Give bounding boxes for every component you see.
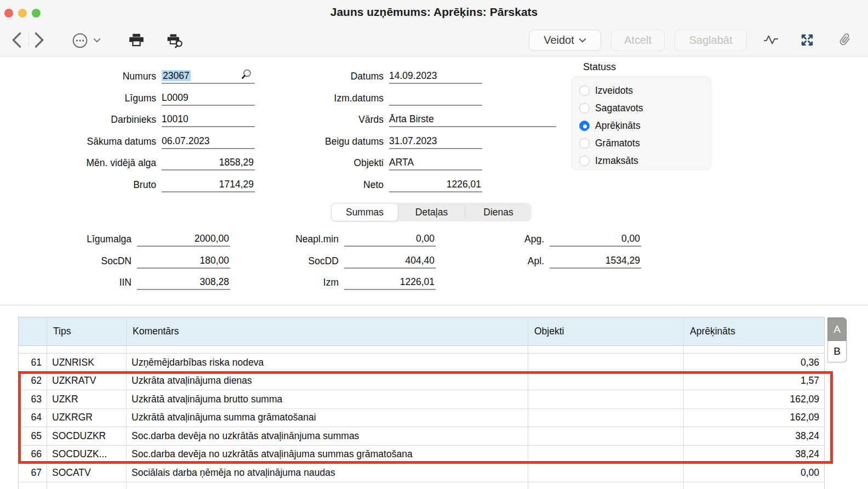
objekti-label: Objekti	[274, 155, 384, 170]
atcelt-label: Atcelt	[624, 34, 652, 47]
status-radio-sagatavots[interactable]: Sagatavots	[579, 101, 643, 115]
table-row-partial-top	[19, 346, 824, 354]
table-row[interactable]: 64 UZKRGR Uzkrātā atvaļinājuma summa grā…	[19, 409, 824, 428]
apg-label: Apg.	[462, 231, 544, 247]
apl-field[interactable]: 1534,29	[550, 253, 641, 269]
rows-table: Tips Komentārs Objekti Aprēķināts 61 UZN…	[18, 317, 825, 489]
darbinieks-input[interactable]: 10010	[162, 112, 255, 127]
table-row[interactable]: 67 SOCATV Sociālais darba ņēmēja no atva…	[19, 464, 824, 482]
expand-arrows-icon	[800, 32, 815, 48]
ligums-input[interactable]: L0009	[162, 90, 255, 106]
vards-label: Vārds	[274, 112, 384, 127]
forward-button[interactable]	[34, 32, 45, 48]
app-window: Jauns uzņēmums: Aprēķins: Pārskats	[0, 0, 868, 489]
status-group-title: Statuss	[583, 61, 616, 73]
view-tabs: Summas Detaļas Dienas	[331, 203, 532, 221]
veidot-dropdown-button[interactable]: Veidot	[529, 30, 601, 51]
status-radio-izmaksats[interactable]: Izmaksāts	[579, 153, 638, 168]
table-row[interactable]: 62 UZKRATV Uzkrāta atvaļinājuma dienas 1…	[19, 372, 824, 391]
table-row[interactable]: 63 UZKR Uzkrātā atvaļinājuma brutto summ…	[19, 390, 824, 409]
window-chrome: Jauns uzņēmums: Aprēķins: Pārskats	[0, 0, 868, 56]
ellipsis-circle-icon	[71, 32, 89, 49]
window-title: Jauns uzņēmums: Aprēķins: Pārskats	[0, 5, 868, 19]
expand-button[interactable]	[800, 32, 815, 48]
more-actions-dropdown[interactable]	[71, 32, 101, 49]
activity-button[interactable]	[763, 33, 779, 46]
objekti-input[interactable]: ARTA	[389, 155, 482, 170]
pulse-icon	[763, 33, 779, 46]
header-aprekinats[interactable]: Aprēķināts	[684, 317, 825, 345]
lookup-button[interactable]	[239, 68, 253, 81]
print-preview-button[interactable]	[165, 32, 184, 49]
neto-input[interactable]: 1226,01	[389, 177, 482, 192]
numurs-input[interactable]: 23067	[162, 69, 255, 84]
header-komentars[interactable]: Komentārs	[127, 317, 528, 345]
status-radio-aprekinats[interactable]: Aprēķināts	[579, 118, 641, 133]
darbinieks-label: Darbinieks	[33, 112, 156, 127]
radio-icon	[579, 86, 590, 96]
printer-magnifier-icon	[165, 32, 184, 49]
beigu-datums-label: Beigu datums	[274, 134, 384, 149]
radio-icon	[579, 103, 590, 113]
tab-detalas[interactable]: Detaļas	[398, 203, 465, 221]
attachments-button[interactable]	[837, 31, 853, 48]
chevron-down-icon	[93, 38, 101, 43]
table-row[interactable]: 65 SOCDUZKR Soc.darba devēja no uzkrātās…	[19, 427, 824, 446]
datums-input[interactable]: 14.09.2023	[389, 69, 482, 84]
tab-dienas[interactable]: Dienas	[465, 203, 532, 221]
veidot-label: Veidot	[544, 34, 574, 47]
vards-input[interactable]: Ārta Birste	[389, 112, 556, 127]
matrix-tab-a[interactable]: A	[827, 317, 847, 341]
saglabat-button[interactable]: Saglabāt	[675, 30, 747, 51]
ligumalga-label: Līgumalga	[33, 231, 132, 247]
bruto-label: Bruto	[33, 177, 156, 192]
sakuma-datums-input[interactable]: 06.07.2023	[162, 134, 255, 149]
socdd-label: SocDD	[245, 253, 339, 269]
chevron-right-icon	[34, 32, 45, 48]
matrix-tab-b[interactable]: B	[827, 341, 847, 362]
men-videja-alga-input[interactable]: 1858,29	[162, 155, 255, 170]
izm-label: Izm	[245, 275, 339, 290]
toolbar-divider	[28, 33, 29, 47]
back-button[interactable]	[11, 32, 22, 48]
neapl-min-label: Neapl.min	[245, 231, 339, 247]
iin-field[interactable]: 308,28	[137, 275, 230, 290]
sakuma-datums-label: Sākuma datums	[33, 134, 156, 149]
socdd-field[interactable]: 404,40	[344, 253, 436, 269]
numurs-label: Numurs	[33, 69, 156, 84]
printer-icon	[128, 32, 145, 48]
izm-datums-input[interactable]	[389, 90, 482, 106]
radio-icon	[579, 138, 590, 149]
table-row[interactable]: 66 SOCDUZK... Soc.darba devēja no uzkrāt…	[19, 446, 824, 464]
radio-icon	[579, 156, 590, 166]
header-tips[interactable]: Tips	[47, 317, 127, 345]
ligumalga-field[interactable]: 2000,00	[137, 231, 230, 247]
paperclip-icon	[834, 29, 856, 51]
chevron-down-icon	[579, 38, 586, 43]
men-videja-alga-label: Mēn. vidējā alga	[33, 155, 156, 170]
socdn-field[interactable]: 180,00	[137, 253, 230, 269]
status-radio-izveidots[interactable]: Izveidots	[579, 83, 633, 98]
ligums-label: Līgums	[33, 90, 156, 106]
socdn-label: SocDN	[33, 253, 132, 269]
table-row[interactable]: 61 UZNRISK Uzņēmējdarbības riska nodeva …	[19, 354, 824, 372]
header-objekti[interactable]: Objekti	[528, 317, 684, 345]
status-radio-gramatots[interactable]: Grāmatots	[579, 136, 640, 150]
beigu-datums-input[interactable]: 31.07.2023	[389, 134, 482, 149]
izm-field[interactable]: 1226,01	[344, 275, 436, 290]
saglabat-label: Saglabāt	[689, 34, 733, 47]
numurs-value: 23067	[162, 70, 191, 81]
apg-field[interactable]: 0,00	[550, 231, 641, 247]
izm-datums-label: Izm.datums	[274, 90, 384, 106]
neapl-min-field[interactable]: 0,00	[344, 231, 436, 247]
tab-summas[interactable]: Summas	[331, 203, 398, 221]
print-button[interactable]	[128, 32, 145, 48]
table-row-partial-bottom	[19, 482, 824, 489]
chevron-left-icon	[11, 32, 22, 48]
table-header-row: Tips Komentārs Objekti Aprēķināts	[19, 317, 824, 346]
atcelt-button[interactable]: Atcelt	[611, 30, 665, 51]
status-group: Izveidots Sagatavots Aprēķināts Grāmatot…	[571, 76, 711, 170]
bruto-input[interactable]: 1714,29	[162, 177, 255, 192]
neto-label: Neto	[274, 177, 384, 192]
iin-label: IIN	[33, 275, 132, 290]
